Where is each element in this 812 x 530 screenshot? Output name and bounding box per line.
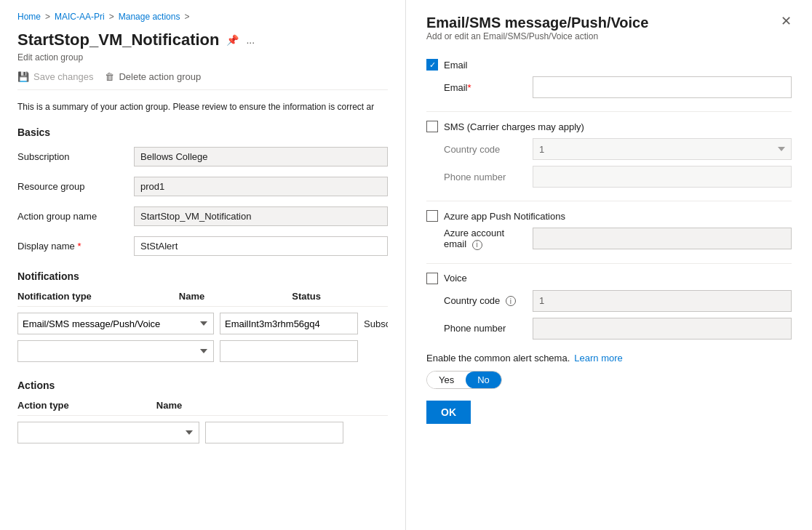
save-label: Save changes	[33, 71, 93, 82]
email-field-row: Email*	[426, 76, 792, 98]
divider-3	[426, 263, 792, 264]
push-account-row: Azure account email i	[426, 228, 792, 250]
delete-label: Delete action group	[119, 71, 201, 82]
close-button[interactable]: ✕	[781, 15, 792, 28]
breadcrumb-manage[interactable]: Manage actions	[119, 12, 180, 22]
page-title: StartStop_VM_Notification	[17, 31, 219, 49]
actions-header: Action type Name	[17, 400, 388, 416]
pin-icon[interactable]: 📌	[226, 34, 239, 46]
col-notification-name: Name	[179, 291, 204, 302]
subscription-label: Subscription	[17, 151, 134, 162]
breadcrumb-home[interactable]: Home	[17, 12, 41, 22]
sms-section: SMS (Carrier charges may apply) Country …	[426, 121, 792, 188]
divider-1	[426, 111, 792, 112]
action-group-name-input[interactable]	[134, 206, 388, 226]
notification-name-input-1[interactable]	[220, 313, 358, 334]
push-checkbox[interactable]	[426, 210, 438, 222]
push-info-icon[interactable]: i	[472, 240, 482, 250]
push-label: Azure app Push Notifications	[444, 211, 565, 222]
col-notification-status: Status	[292, 291, 321, 302]
breadcrumb: Home > MAIC-AA-Pri > Manage actions >	[17, 12, 388, 22]
panel-header: Email/SMS message/Push/Voice Add or edit…	[426, 15, 792, 56]
email-option-row: Email	[426, 59, 792, 71]
notifications-header: Notification type Name Status	[17, 291, 388, 307]
voice-phone-input[interactable]	[533, 318, 792, 340]
notification-row-1: Email/SMS message/Push/Voice Subscribe	[17, 313, 388, 334]
email-label: Email	[444, 60, 468, 71]
more-options-icon[interactable]: ...	[246, 34, 255, 46]
notifications-section-title: Notifications	[17, 270, 388, 282]
right-panel: Email/SMS message/Push/Voice Add or edit…	[406, 0, 812, 530]
toggle-no[interactable]: No	[466, 372, 501, 388]
panel-title: Email/SMS message/Push/Voice	[426, 15, 648, 31]
divider-2	[426, 201, 792, 201]
save-changes-button[interactable]: 💾 Save changes	[17, 71, 93, 82]
sms-phone-row: Phone number	[426, 166, 792, 188]
notification-status-1: Subscribe	[364, 318, 388, 329]
voice-phone-row: Phone number	[426, 318, 792, 340]
sms-checkbox[interactable]	[426, 121, 438, 132]
sms-label: SMS (Carrier charges may apply)	[444, 121, 584, 132]
col-notification-type: Notification type	[17, 291, 92, 302]
voice-checkbox[interactable]	[426, 273, 438, 284]
action-type-select-1[interactable]	[17, 422, 199, 443]
sms-country-label: Country code	[444, 144, 524, 155]
voice-section: Voice Country code i Phone number	[426, 273, 792, 340]
action-name-input-1[interactable]	[205, 422, 343, 443]
sms-phone-label: Phone number	[444, 172, 524, 182]
page-title-row: StartStop_VM_Notification 📌 ...	[17, 31, 388, 49]
breadcrumb-sep3: >	[184, 12, 189, 22]
toolbar: 💾 Save changes 🗑 Delete action group	[17, 71, 388, 90]
subscription-row: Subscription	[17, 147, 388, 166]
notification-type-select-2[interactable]	[17, 340, 214, 362]
notification-name-input-2[interactable]	[220, 340, 358, 362]
notification-row-2	[17, 340, 388, 362]
voice-option-row: Voice	[426, 273, 792, 284]
email-checkbox[interactable]	[426, 59, 438, 71]
action-group-name-row: Action group name	[17, 206, 388, 226]
notification-type-select-1[interactable]: Email/SMS message/Push/Voice	[17, 313, 214, 334]
edit-label: Edit action group	[17, 52, 388, 63]
email-input[interactable]	[533, 76, 792, 98]
sms-country-row: Country code 1	[426, 138, 792, 160]
email-field-label: Email*	[444, 82, 524, 93]
voice-phone-label: Phone number	[444, 323, 524, 334]
voice-info-icon[interactable]: i	[506, 296, 516, 306]
action-group-name-label: Action group name	[17, 211, 134, 222]
col-action-name: Name	[156, 400, 182, 411]
action-row-1	[17, 422, 388, 443]
breadcrumb-maic[interactable]: MAIC-AA-Pri	[55, 12, 105, 22]
toggle-group: Yes No	[426, 371, 502, 389]
actions-section-title: Actions	[17, 380, 388, 391]
display-name-row: Display name *	[17, 236, 388, 256]
email-section: Email Email*	[426, 59, 792, 98]
resource-group-row: Resource group	[17, 177, 388, 196]
toggle-yes[interactable]: Yes	[427, 372, 466, 388]
sms-country-select[interactable]: 1	[533, 138, 792, 160]
save-icon: 💾	[17, 71, 29, 82]
sms-phone-input[interactable]	[533, 166, 792, 188]
push-option-row: Azure app Push Notifications	[426, 210, 792, 222]
delete-action-group-button[interactable]: 🗑 Delete action group	[105, 71, 201, 82]
actions-section: Actions Action type Name	[17, 380, 388, 443]
sms-option-row: SMS (Carrier charges may apply)	[426, 121, 792, 132]
basics-section-title: Basics	[17, 127, 388, 138]
voice-country-input	[533, 290, 792, 312]
breadcrumb-sep1: >	[45, 12, 50, 22]
display-name-label: Display name *	[17, 241, 134, 252]
push-account-label: Azure account email i	[444, 228, 524, 250]
resource-group-input[interactable]	[134, 177, 388, 196]
delete-icon: 🗑	[105, 71, 114, 82]
col-action-type: Action type	[17, 400, 69, 411]
schema-label: Enable the common alert schema.	[426, 353, 570, 364]
learn-more-link[interactable]: Learn more	[574, 353, 622, 364]
display-name-input[interactable]	[134, 236, 388, 256]
resource-group-label: Resource group	[17, 181, 134, 192]
breadcrumb-sep2: >	[109, 12, 114, 22]
push-account-input[interactable]	[533, 228, 792, 249]
voice-country-row: Country code i	[426, 290, 792, 312]
notifications-section: Notifications Notification type Name Sta…	[17, 270, 388, 362]
subscription-input[interactable]	[134, 147, 388, 166]
ok-button[interactable]: OK	[426, 401, 471, 424]
panel-subtitle: Add or edit an Email/SMS/Push/Voice acti…	[426, 31, 648, 41]
